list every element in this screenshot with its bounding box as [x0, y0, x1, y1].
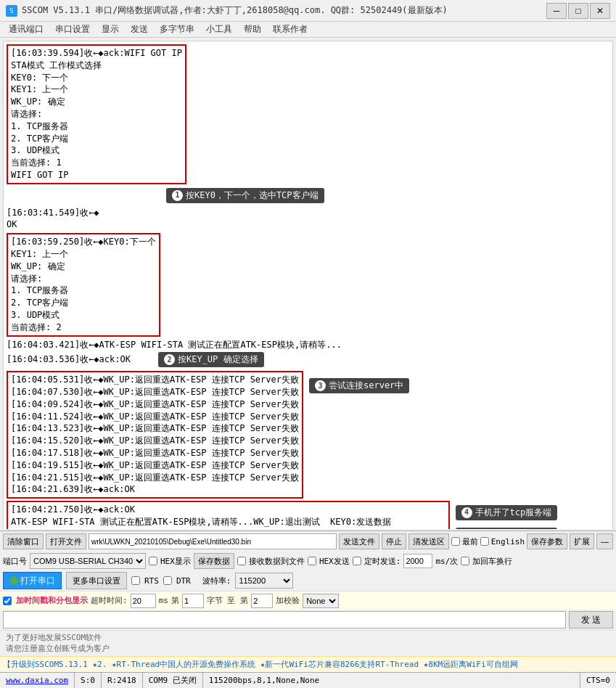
auto-send-button[interactable]: 清发送区: [408, 533, 449, 549]
first-label: 第: [171, 595, 179, 606]
dtr-checkbox[interactable]: [163, 576, 172, 585]
more-settings-button[interactable]: 更多串口设置: [66, 572, 127, 589]
output-line-11: WIFI GOT IP: [11, 169, 182, 181]
s-status: S:0: [75, 673, 102, 688]
send-file-button[interactable]: 发送文件: [339, 533, 379, 549]
last-label: 最前: [462, 536, 478, 547]
add-cr-label: 加回车换行: [472, 556, 512, 567]
out-config-2: [16:04:03.536]收←◆ack:OK 2 按KEY_UP 确定选择: [7, 351, 609, 369]
annotation-1: 1 按KEY0，下一个，选中TCP客户端: [166, 188, 324, 203]
out-2-3: WK_UP: 确定: [11, 261, 156, 273]
out-3-10: [16:04:21.639]收←◆ack:OK: [11, 483, 299, 496]
output-wrapper: [16:03:39.594]收←◆ack:WIFI GOT IP STA模式 工…: [1, 39, 615, 529]
promo-text: 为了更好地发展SSCOM软件 请您注册嘉立创账号成为客户: [6, 633, 110, 654]
menu-chuankou[interactable]: 串口设置: [49, 22, 96, 37]
open-file-button[interactable]: 打开文件: [46, 533, 86, 549]
serial-output[interactable]: [16:03:39.594]收←◆ack:WIFI GOT IP STA模式 工…: [3, 41, 613, 529]
output-section-2: [16:03:59.250]收←◆KEY0:下一个 KEY1: 上一个 WK_U…: [7, 233, 609, 336]
hex-display-checkbox[interactable]: [149, 557, 157, 565]
ann-num-2: 2: [164, 354, 175, 365]
timestamp-label: 加时间戳和分包显示: [16, 595, 88, 606]
send-button[interactable]: 发 送: [569, 611, 613, 628]
output-line-7: 1. TCP服务器: [11, 120, 182, 133]
output-line-5: WK_UP: 确定: [11, 96, 182, 108]
receive-to-file-checkbox[interactable]: [237, 557, 246, 565]
out-config-2-text: [16:04:03.536]收←◆ack:OK: [7, 353, 131, 366]
ad-text: 【升级到SSCOM5.13.1 ★2. ★RT-Thread中国人的开源免费操作…: [3, 659, 518, 670]
byte-start-input[interactable]: [182, 594, 204, 608]
out-2-7: 3. UDP模式: [11, 309, 156, 322]
menu-fasong[interactable]: 发送: [125, 22, 154, 37]
ann-text-4: 手机开了tcp服务端: [475, 507, 552, 519]
ad-row: 【升级到SSCOM5.13.1 ★2. ★RT-Thread中国人的开源免费操作…: [0, 656, 616, 672]
open-port-label: 打开串口: [20, 575, 55, 587]
out-2-2: KEY1: 上一个: [11, 248, 156, 261]
titlebar: S SSCOM V5.13.1 串口/网络数据调试器,作者:大虾丁丁,26180…: [0, 0, 616, 22]
annotation-row-1: 1 按KEY0，下一个，选中TCP客户端: [7, 187, 609, 205]
ann-text-2: 按KEY_UP 确定选择: [178, 353, 258, 366]
annotation-3: 3 尝试连接server中: [309, 378, 409, 393]
menu-bangzhu[interactable]: 帮助: [238, 22, 267, 37]
out-3-2: [16:04:07.530]收←◆WK_UP:返回重选ATK-ESP 连接TCP…: [11, 386, 299, 398]
stop-button[interactable]: 停止: [382, 533, 406, 549]
close-button[interactable]: ✕: [590, 3, 610, 19]
bottom-area: 清除窗口 打开文件 发送文件 停止 清发送区 最前 English 保存参数 扩…: [0, 531, 616, 688]
output-line-8: 2. TCP客户端: [11, 133, 182, 145]
check-label: 加校验: [276, 595, 300, 606]
open-port-button[interactable]: 打开串口: [3, 572, 62, 589]
out-3-9: [16:04:21.515]收←◆WK_UP:返回重选ATK-ESP 连接TCP…: [11, 472, 299, 484]
ann-num-3: 3: [315, 380, 326, 391]
window-title: SSCOM V5.13.1 串口/网络数据调试器,作者:大虾丁丁,2618058…: [22, 4, 546, 17]
menu-xianshi[interactable]: 显示: [96, 22, 125, 37]
hex-send-checkbox[interactable]: [308, 557, 316, 565]
expand-button[interactable]: 扩展: [570, 533, 594, 549]
maximize-button[interactable]: □: [568, 3, 588, 19]
english-checkbox[interactable]: [480, 537, 489, 546]
out-3-4: [16:04:11.524]收←◆WK_UP:返回重选ATK-ESP 连接TCP…: [11, 411, 299, 423]
send-input[interactable]: [3, 611, 566, 628]
last-checkbox[interactable]: [451, 537, 460, 546]
english-label: English: [491, 537, 525, 546]
to-label: 字节 至 第: [207, 595, 248, 606]
timestamp-checkbox[interactable]: [3, 597, 12, 605]
ann-text-1: 按KEY0，下一个，选中TCP客户端: [186, 189, 319, 202]
out-3-7: [16:04:17.518]收←◆WK_UP:返回重选ATK-ESP 连接TCP…: [11, 447, 299, 459]
red-box-2: [16:03:59.250]收←◆KEY0:下一个 KEY1: 上一个 WK_U…: [7, 233, 160, 336]
baud-status: 115200bps,8,1,None,None: [203, 673, 580, 688]
output-line-9: 3. UDP模式: [11, 144, 182, 157]
ann-text-3: 尝试连接server中: [329, 380, 403, 392]
out-3-3: [16:04:09.524]收←◆WK_UP:返回重选ATK-ESP 连接TCP…: [11, 398, 299, 411]
send-row: 发 送: [0, 610, 616, 630]
baudrate-label: 波特率:: [202, 576, 231, 586]
timed-send-checkbox[interactable]: [353, 557, 361, 565]
output-line-4: KEY1: 上一个: [11, 83, 182, 96]
minus-button[interactable]: —: [596, 533, 613, 549]
promo-row: 为了更好地发展SSCOM软件 请您注册嘉立创账号成为客户: [0, 630, 616, 656]
timed-value-input[interactable]: [403, 554, 432, 568]
ann-col-right: 4 手机开了tcp服务端 5 连上了: [456, 504, 558, 529]
out-3-1: [16:04:05.531]收←◆WK_UP:返回重选ATK-ESP 连接TCP…: [11, 374, 299, 386]
out-2-5: 1. TCP服务器: [11, 284, 156, 297]
timeout-value[interactable]: [131, 594, 156, 608]
byte-end-input[interactable]: [251, 594, 273, 608]
clear-window-button[interactable]: 清除窗口: [3, 533, 44, 549]
filepath-input[interactable]: [89, 533, 337, 549]
minimize-button[interactable]: ─: [546, 3, 567, 19]
port-select[interactable]: COM9 USB-SERIAL CH340: [30, 553, 146, 569]
website-link[interactable]: www.daxia.com: [0, 673, 75, 688]
save-data-button[interactable]: 保存数据: [194, 553, 234, 569]
rts-checkbox[interactable]: [131, 576, 140, 585]
menu-duozi[interactable]: 多字节串: [154, 22, 200, 37]
output-line-1: [16:03:39.594]收←◆ack:WIFI GOT IP: [11, 47, 182, 60]
r-status: R:2418: [102, 673, 143, 688]
out-2-6: 2. TCP客户端: [11, 297, 156, 309]
toolbar-row1: 清除窗口 打开文件 发送文件 停止 清发送区 最前 English 保存参数 扩…: [0, 531, 616, 552]
baudrate-select[interactable]: 115200: [235, 573, 293, 589]
output-line-3: KEY0: 下一个: [11, 72, 182, 84]
add-cr-checkbox[interactable]: [461, 557, 469, 565]
menu-tongxun[interactable]: 通讯端口: [3, 22, 49, 37]
menu-xiaogongju[interactable]: 小工具: [200, 22, 238, 37]
save-params-button[interactable]: 保存参数: [527, 533, 567, 549]
menu-lianxi[interactable]: 联系作者: [267, 22, 313, 37]
check-select[interactable]: None: [303, 594, 339, 608]
